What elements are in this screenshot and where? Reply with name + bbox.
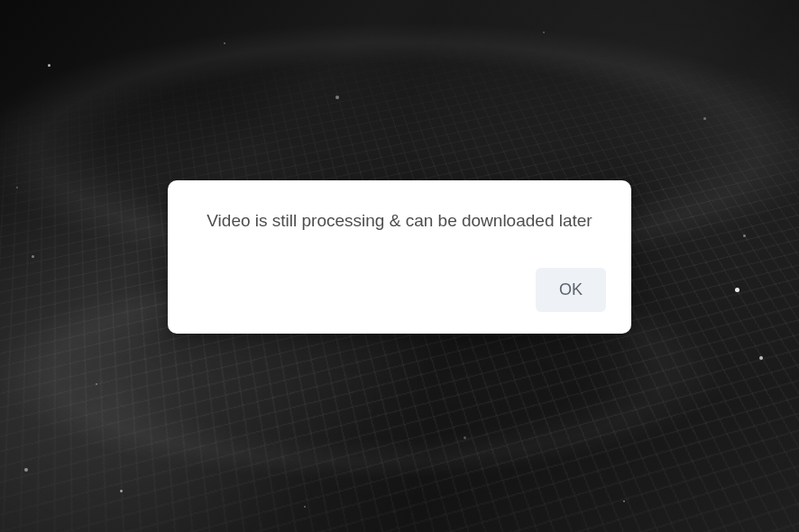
alert-dialog: Video is still processing & can be downl… xyxy=(168,180,631,334)
ok-button[interactable]: OK xyxy=(536,268,606,312)
dialog-message: Video is still processing & can be downl… xyxy=(193,209,606,234)
dialog-actions: OK xyxy=(193,268,606,312)
